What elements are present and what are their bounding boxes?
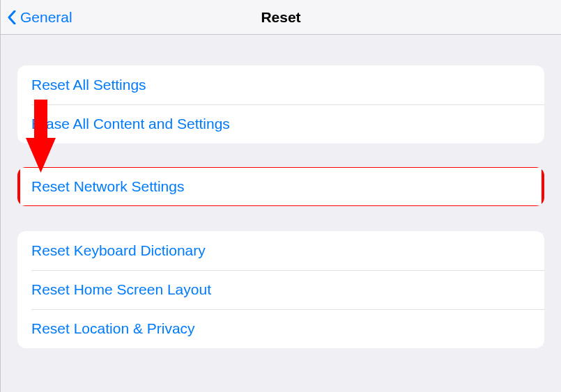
settings-group-3: Reset Keyboard Dictionary Reset Home Scr… xyxy=(17,231,544,348)
row-label: Erase All Content and Settings xyxy=(31,116,230,132)
settings-group-1: Reset All Settings Erase All Content and… xyxy=(17,65,544,143)
row-label: Reset Keyboard Dictionary xyxy=(31,242,206,259)
settings-group-2: Reset Network Settings xyxy=(17,167,544,206)
reset-network-settings-row[interactable]: Reset Network Settings xyxy=(17,167,544,206)
erase-all-content-row[interactable]: Erase All Content and Settings xyxy=(17,104,544,143)
row-label: Reset Location & Privacy xyxy=(31,320,195,337)
reset-all-settings-row[interactable]: Reset All Settings xyxy=(17,65,544,104)
reset-keyboard-dictionary-row[interactable]: Reset Keyboard Dictionary xyxy=(17,231,544,270)
row-label: Reset Home Screen Layout xyxy=(31,281,211,298)
content-area: Reset All Settings Erase All Content and… xyxy=(1,65,561,348)
page-title: Reset xyxy=(261,9,300,26)
reset-home-screen-layout-row[interactable]: Reset Home Screen Layout xyxy=(17,270,544,309)
chevron-left-icon xyxy=(8,10,16,24)
navigation-bar: General Reset xyxy=(1,0,561,35)
reset-location-privacy-row[interactable]: Reset Location & Privacy xyxy=(17,309,544,348)
row-label: Reset All Settings xyxy=(31,77,146,93)
row-label: Reset Network Settings xyxy=(31,178,184,195)
back-label: General xyxy=(20,9,72,26)
back-button[interactable]: General xyxy=(1,9,72,26)
